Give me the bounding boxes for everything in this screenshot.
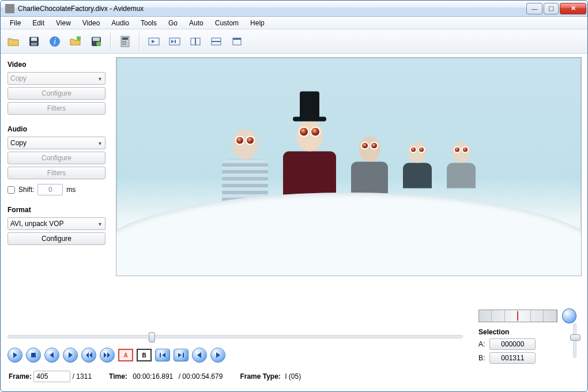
append-icon[interactable]	[66, 32, 85, 51]
prev-frame-button[interactable]	[44, 348, 59, 363]
svg-rect-14	[125, 43, 126, 45]
frame-input[interactable]	[33, 371, 70, 382]
menu-help[interactable]: Help	[244, 17, 270, 29]
audio-configure-button[interactable]: Configure	[7, 152, 105, 164]
audio-shift-label: Shift:	[18, 186, 34, 194]
menu-edit[interactable]: Edit	[27, 17, 50, 29]
play-selection-icon[interactable]	[145, 32, 163, 51]
frametype-label: Frame Type:	[240, 372, 280, 380]
frame-total: / 1311	[73, 372, 92, 380]
svg-point-8	[96, 42, 101, 46]
selection-b-label: B:	[478, 354, 485, 362]
menu-view[interactable]: View	[50, 17, 77, 29]
video-preview	[116, 57, 582, 276]
frame-label: Frame:	[9, 372, 32, 380]
save-icon[interactable]	[25, 32, 43, 51]
next-keyframe-button[interactable]	[174, 349, 189, 361]
svg-rect-7	[93, 37, 100, 41]
volume-knob[interactable]	[570, 334, 581, 341]
svg-rect-5	[77, 36, 81, 40]
video-configure-button[interactable]: Configure	[7, 87, 105, 100]
svg-rect-25	[160, 353, 161, 357]
prev-black-button[interactable]	[192, 348, 207, 363]
svg-rect-1	[31, 37, 37, 41]
svg-rect-17	[175, 40, 176, 43]
format-section-title: Format	[7, 206, 110, 214]
menu-file[interactable]: File	[4, 17, 27, 29]
titlebar: CharlieChocolateFactory.divx - Avidemux …	[1, 1, 587, 17]
audio-shift-unit: ms	[66, 186, 76, 194]
jog-reset-button[interactable]	[562, 308, 576, 323]
format-dropdown[interactable]: AVI, unpack VOP	[7, 217, 105, 230]
menubar: File Edit View Video Audio Tools Go Auto…	[1, 17, 587, 29]
stop-button[interactable]	[26, 348, 41, 363]
video-section-title: Video	[7, 61, 110, 69]
seek-slider[interactable]	[7, 335, 463, 338]
svg-rect-26	[183, 353, 184, 357]
open-icon[interactable]	[4, 32, 22, 51]
marker-a-button[interactable]: A	[118, 349, 133, 361]
minimize-button[interactable]: —	[526, 3, 542, 14]
audio-shift-checkbox[interactable]	[7, 186, 15, 194]
jog-wheel[interactable]	[478, 310, 557, 322]
app-icon	[5, 4, 14, 13]
selection-title: Selection	[478, 328, 566, 336]
info-icon[interactable]: i	[46, 32, 64, 51]
toolbar-separator	[110, 33, 111, 50]
calculator-icon[interactable]	[116, 32, 134, 51]
svg-rect-24	[31, 353, 36, 357]
play-to-end-icon[interactable]	[165, 32, 184, 51]
marker-b-button[interactable]: B	[137, 349, 152, 361]
time-value: 00:00:16.891	[133, 372, 173, 380]
selection-pane: Selection A:000000 B:001311	[478, 308, 576, 366]
window-title: CharlieChocolateFactory.divx - Avidemux	[18, 5, 526, 13]
menu-audio[interactable]: Audio	[105, 17, 135, 29]
toolbar: i	[1, 29, 587, 54]
audio-section-title: Audio	[7, 125, 110, 133]
forward-button[interactable]	[100, 348, 115, 363]
svg-rect-12	[125, 41, 126, 43]
menu-go[interactable]: Go	[163, 17, 183, 29]
window-controls: — ▢ ✕	[526, 3, 586, 14]
svg-rect-2	[31, 43, 37, 46]
menu-custom[interactable]: Custom	[209, 17, 244, 29]
rewind-button[interactable]	[81, 348, 96, 363]
split-vertical-icon[interactable]	[186, 32, 205, 51]
svg-rect-10	[122, 37, 128, 40]
time-total: / 00:00:54.679	[179, 372, 223, 380]
video-filters-button[interactable]: Filters	[7, 102, 105, 115]
format-configure-button[interactable]: Configure	[7, 232, 105, 245]
menu-tools[interactable]: Tools	[135, 17, 163, 29]
audio-shift-value[interactable]	[37, 184, 63, 195]
new-window-icon[interactable]	[228, 32, 246, 51]
selection-a-value[interactable]: 000000	[489, 338, 536, 350]
toolbar-separator	[139, 33, 140, 50]
audio-filters-button[interactable]: Filters	[7, 167, 105, 179]
selection-a-label: A:	[478, 340, 485, 348]
menu-auto[interactable]: Auto	[183, 17, 209, 29]
time-label: Time:	[109, 372, 127, 380]
next-black-button[interactable]	[210, 348, 225, 363]
sidebar: Video Copy Configure Filters Audio Copy …	[1, 54, 116, 330]
play-button[interactable]	[7, 348, 22, 363]
audio-codec-dropdown[interactable]: Copy	[7, 137, 105, 149]
svg-rect-23	[233, 38, 241, 40]
next-frame-button[interactable]	[63, 348, 78, 363]
save-video-icon[interactable]	[87, 32, 105, 51]
maximize-button[interactable]: ▢	[544, 3, 559, 14]
seek-knob[interactable]	[149, 332, 155, 342]
menu-video[interactable]: Video	[77, 17, 105, 29]
video-codec-dropdown[interactable]: Copy	[7, 72, 105, 85]
svg-rect-11	[122, 41, 124, 43]
prev-keyframe-button[interactable]	[155, 349, 170, 361]
svg-rect-13	[122, 43, 124, 45]
close-button[interactable]: ✕	[560, 3, 586, 14]
volume-slider[interactable]	[573, 323, 576, 358]
frametype-value: I (05)	[285, 372, 301, 380]
selection-b-value[interactable]: 001311	[489, 352, 536, 364]
split-horizontal-icon[interactable]	[207, 32, 225, 51]
